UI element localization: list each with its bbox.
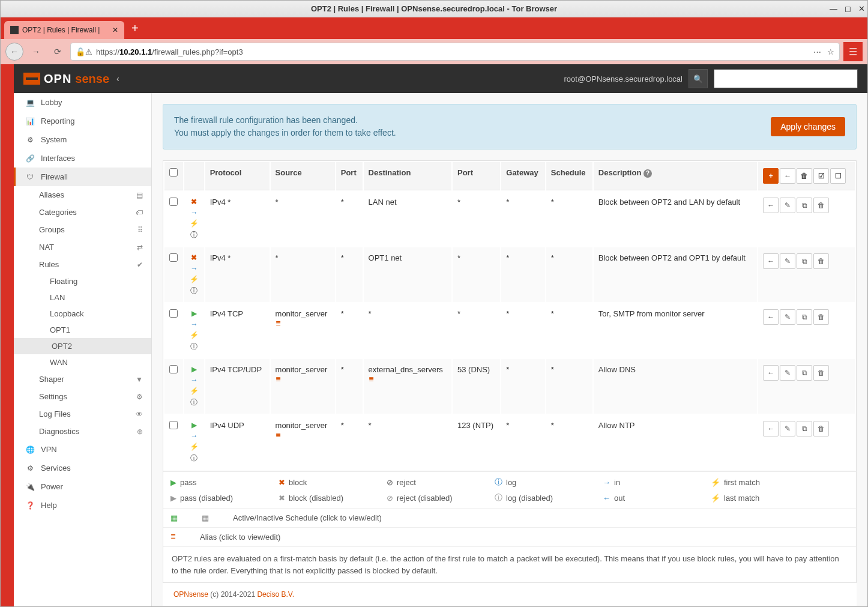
- rule-checkbox[interactable]: [169, 253, 178, 262]
- rule-delete-button[interactable]: 🗑: [813, 253, 829, 269]
- sidebar-item-help[interactable]: ❓Help: [14, 496, 151, 515]
- rule-row[interactable]: ✖ → ⚡ ⓘ IPv4 * * * OPT1 net * * * Block …: [164, 247, 855, 302]
- sidebar-sub-log-files[interactable]: Log Files👁: [14, 405, 151, 423]
- rule-edit-button[interactable]: ✎: [780, 365, 795, 381]
- rule-move-button[interactable]: ←: [763, 421, 779, 436]
- window-maximize-icon[interactable]: ◻: [845, 4, 851, 13]
- sub-icon: 👁: [136, 410, 143, 418]
- sidebar-rules-floating[interactable]: Floating: [14, 273, 151, 289]
- header-search-button[interactable]: 🔍: [689, 69, 708, 88]
- sidebar-sub-aliases[interactable]: Aliases▤: [14, 186, 151, 204]
- sidebar-sub-settings[interactable]: Settings⚙: [14, 388, 151, 405]
- rule-edit-button[interactable]: ✎: [780, 198, 795, 213]
- rule-row[interactable]: ✖ → ⚡ ⓘ IPv4 * * * LAN net * * * Block b…: [164, 192, 855, 246]
- footer-company-link[interactable]: Deciso B.V.: [257, 590, 294, 599]
- sidebar-collapse-button[interactable]: ‹: [116, 74, 119, 83]
- info-icon[interactable]: ⓘ: [190, 397, 197, 408]
- deselect-button[interactable]: ☐: [830, 168, 846, 184]
- sidebar-item-vpn[interactable]: 🌐VPN: [14, 440, 151, 459]
- rule-clone-button[interactable]: ⧉: [797, 198, 812, 213]
- legend-schedule[interactable]: ▦ ▦ Active/Inactive Schedule (click to v…: [163, 508, 856, 527]
- sidebar-rules-opt2[interactable]: OPT2: [14, 338, 151, 354]
- rule-checkbox[interactable]: [169, 365, 178, 373]
- sidebar-item-power[interactable]: 🔌Power: [14, 477, 151, 496]
- rule-move-button[interactable]: ←: [763, 309, 779, 325]
- rule-delete-button[interactable]: 🗑: [813, 421, 829, 436]
- sidebar-item-interfaces[interactable]: 🔗Interfaces: [14, 149, 151, 168]
- rule-row[interactable]: ▶ → ⚡ ⓘ IPv4 UDP monitor_server≣ * * 123…: [164, 415, 855, 470]
- rule-delete-button[interactable]: 🗑: [813, 198, 829, 213]
- toggle-selected-button[interactable]: ☑: [813, 168, 829, 184]
- rule-edit-button[interactable]: ✎: [780, 253, 795, 269]
- tab-favicon-icon: [10, 26, 19, 34]
- rule-clone-button[interactable]: ⧉: [797, 253, 812, 269]
- footer-brand-link[interactable]: OPNsense: [173, 590, 208, 599]
- sidebar-item-reporting[interactable]: 📊Reporting: [14, 112, 151, 130]
- nav-forward-button[interactable]: →: [27, 43, 45, 61]
- sidebar-sub-shaper[interactable]: Shaper▼: [14, 370, 151, 388]
- browser-tab[interactable]: OPT2 | Rules | Firewall | ✕: [4, 21, 124, 39]
- calendar-active-icon: ▦: [170, 513, 178, 522]
- help-icon[interactable]: ?: [643, 169, 652, 178]
- sidebar-sub-nat[interactable]: NAT⇄: [14, 238, 151, 256]
- sidebar-rules-loopback[interactable]: Loopback: [14, 306, 151, 322]
- sub-icon: ⠿: [137, 226, 143, 234]
- sidebar-rules-lan[interactable]: LAN: [14, 289, 151, 306]
- tab-close-icon[interactable]: ✕: [112, 26, 118, 34]
- url-bar[interactable]: 🔓⚠ https://10.20.1.1/firewall_rules.php?…: [70, 43, 840, 61]
- sidebar-sub-diagnostics[interactable]: Diagnostics⊕: [14, 423, 151, 440]
- nav-reload-button[interactable]: ⟳: [49, 43, 67, 61]
- info-icon[interactable]: ⓘ: [190, 342, 197, 352]
- rule-clone-button[interactable]: ⧉: [797, 365, 812, 381]
- rule-move-button[interactable]: ←: [763, 253, 779, 269]
- sidebar-rules-wan[interactable]: WAN: [14, 354, 151, 370]
- rule-checkbox[interactable]: [169, 421, 178, 429]
- sidebar-item-services[interactable]: ⚙Services: [14, 459, 151, 477]
- browser-toolbar: ← → ⟳ 🔓⚠ https://10.20.1.1/firewall_rule…: [1, 39, 867, 64]
- rule-clone-button[interactable]: ⧉: [797, 309, 812, 325]
- rule-move-button[interactable]: ←: [763, 365, 779, 381]
- sidebar-sub-groups[interactable]: Groups⠿: [14, 221, 151, 238]
- sidebar-item-firewall[interactable]: 🛡Firewall: [14, 168, 151, 186]
- sidebar-sub-categories[interactable]: Categories🏷: [14, 204, 151, 221]
- nav-back-button[interactable]: ←: [5, 43, 23, 61]
- header-search-input[interactable]: [714, 69, 858, 88]
- rule-delete-button[interactable]: 🗑: [813, 365, 829, 381]
- info-icon[interactable]: ⓘ: [190, 286, 197, 296]
- sidebar-rules-opt1[interactable]: OPT1: [14, 322, 151, 338]
- rule-gateway: *: [501, 247, 545, 302]
- rule-checkbox[interactable]: [169, 198, 178, 206]
- browser-menu-button[interactable]: ☰: [843, 42, 863, 61]
- url-more-icon[interactable]: ⋯: [813, 47, 821, 56]
- rule-row[interactable]: ▶ → ⚡ ⓘ IPv4 TCP monitor_server≣ * * * *…: [164, 303, 855, 358]
- security-warning-icon: 🔓⚠: [76, 47, 92, 56]
- window-close-icon[interactable]: ✕: [858, 4, 865, 13]
- rule-dest: external_dns_servers≣: [364, 359, 451, 414]
- sidebar-item-lobby[interactable]: 💻Lobby: [14, 93, 151, 112]
- app-logo[interactable]: OPNsense: [23, 72, 109, 86]
- rule-delete-button[interactable]: 🗑: [813, 309, 829, 325]
- rule-edit-button[interactable]: ✎: [780, 309, 795, 325]
- sidebar-sub-rules[interactable]: Rules✔: [14, 256, 151, 273]
- window-minimize-icon[interactable]: —: [830, 4, 837, 13]
- add-rule-button[interactable]: +: [763, 168, 779, 184]
- delete-selected-button[interactable]: 🗑: [797, 168, 812, 184]
- search-icon: 🔍: [693, 74, 703, 83]
- laptop-icon: 💻: [24, 98, 36, 107]
- rule-move-button[interactable]: ←: [763, 198, 779, 213]
- rule-checkbox[interactable]: [169, 309, 178, 318]
- select-all-checkbox[interactable]: [169, 168, 178, 177]
- new-tab-button[interactable]: +: [124, 22, 146, 35]
- sitemap-icon: 🔗: [24, 154, 36, 163]
- move-selected-button[interactable]: ←: [780, 168, 795, 184]
- info-icon[interactable]: ⓘ: [190, 230, 197, 240]
- rule-source: *: [271, 192, 335, 246]
- info-icon[interactable]: ⓘ: [190, 453, 197, 464]
- rule-edit-button[interactable]: ✎: [780, 421, 795, 436]
- apply-changes-button[interactable]: Apply changes: [771, 117, 845, 136]
- rule-clone-button[interactable]: ⧉: [797, 421, 812, 436]
- sidebar-item-system[interactable]: ⚙System: [14, 130, 151, 149]
- bookmark-icon[interactable]: ☆: [827, 47, 834, 56]
- rule-row[interactable]: ▶ → ⚡ ⓘ IPv4 TCP/UDP monitor_server≣ * e…: [164, 359, 855, 414]
- legend-alias[interactable]: ≣ Alias (click to view/edit): [163, 527, 856, 546]
